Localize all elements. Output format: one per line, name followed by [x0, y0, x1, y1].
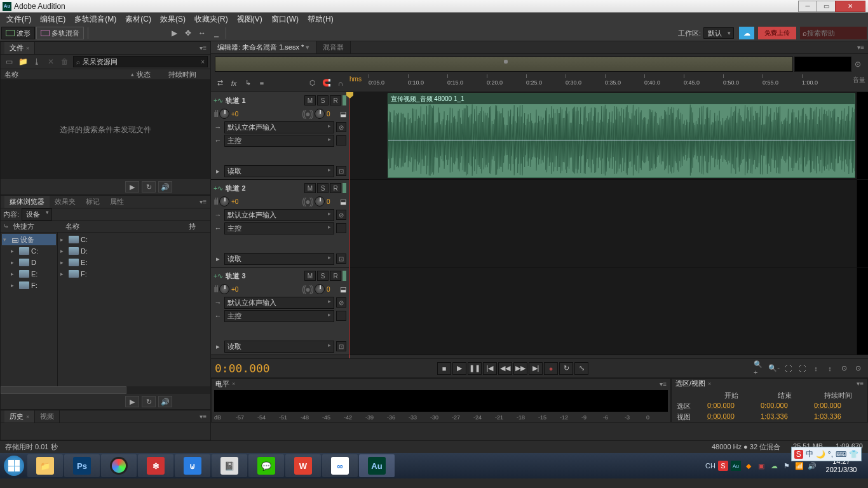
volume-value[interactable]: +0 [231, 111, 243, 118]
tree-drive-e[interactable]: ▸E: [2, 268, 56, 280]
help-search[interactable]: ⌕ [800, 27, 867, 39]
taskbar-app-red[interactable]: ❄ [138, 454, 173, 477]
input-monitor-icon[interactable]: ⊘ [336, 297, 346, 308]
go-start-button[interactable]: |◀ [483, 362, 497, 375]
pan-knob[interactable] [315, 196, 325, 207]
volume-value[interactable]: +0 [231, 198, 243, 205]
automation-dropdown[interactable]: 读取 [224, 341, 334, 353]
automation-opts-icon[interactable]: ⊡ [336, 166, 346, 176]
tree-drive-c[interactable]: ▸C: [2, 245, 56, 257]
tray-icon[interactable]: ◆ [743, 461, 754, 471]
automation-opts-icon[interactable]: ⊡ [336, 341, 346, 351]
start-button[interactable] [1, 453, 27, 478]
tray-icon[interactable]: ▣ [756, 461, 766, 471]
move-tool[interactable]: ✥ [181, 27, 195, 39]
track-color[interactable] [342, 95, 346, 105]
menu-help[interactable]: 帮助(H) [304, 14, 337, 25]
panel-menu-icon[interactable]: ▾≡ [660, 381, 667, 388]
playhead[interactable] [349, 92, 350, 358]
minimize-button[interactable]: ─ [798, 1, 817, 12]
headphone-icon[interactable]: ∩ [334, 78, 347, 89]
view-start[interactable]: 0:00.000 [707, 412, 756, 422]
tree-drive-f[interactable]: ▸F: [2, 280, 56, 291]
solo-button[interactable]: S [317, 183, 329, 193]
volume-knob[interactable] [219, 284, 229, 294]
taskbar-app-notepad[interactable]: 📓 [212, 454, 247, 477]
input-dropdown[interactable]: 默认立体声输入 [224, 121, 334, 133]
import-icon[interactable]: ⭳ [31, 57, 43, 67]
tab-effects-rack[interactable]: 效果夹 [50, 196, 81, 208]
content-dropdown[interactable]: 设备 [22, 208, 52, 220]
send-icon[interactable]: ↳ [241, 78, 254, 89]
ime-indicator[interactable]: CH [705, 461, 715, 471]
snap-icon[interactable]: ⬡ [306, 78, 319, 89]
list-item[interactable]: ▸F: [59, 268, 209, 280]
sort-icon[interactable]: ▴ [131, 71, 134, 78]
output-dropdown[interactable]: 主控 [224, 222, 334, 234]
track-name[interactable]: 轨道 3 [226, 271, 245, 281]
slip-tool[interactable]: ⎯ [209, 27, 223, 39]
panel-menu-icon[interactable]: ▾≡ [857, 44, 864, 51]
maximize-button[interactable]: ▭ [817, 1, 836, 12]
panel-menu-icon[interactable]: ▾≡ [200, 198, 207, 205]
taskbar-explorer[interactable]: 📁 [27, 454, 63, 477]
pause-button[interactable]: ❚❚ [468, 362, 482, 375]
tray-icon[interactable]: ⚑ [782, 461, 792, 471]
list-item[interactable]: ▸E: [59, 257, 209, 268]
go-end-button[interactable]: ▶| [529, 362, 543, 375]
upload-button[interactable]: 免费上传 [758, 27, 796, 39]
tray-icon[interactable]: ☁ [769, 461, 779, 471]
mono-stereo-icon[interactable]: ⬓ [340, 198, 346, 206]
volume-knob[interactable] [219, 109, 229, 119]
zoom-sel-icon[interactable]: ⛶ [796, 363, 808, 374]
input-dropdown[interactable]: 默认立体声输入 [224, 209, 334, 221]
ime-sogou-icon[interactable]: S [794, 450, 803, 459]
zoom-full-icon[interactable]: ⛶ [782, 363, 794, 374]
panel-menu-icon[interactable]: ▾≡ [857, 380, 864, 387]
track-lane[interactable] [349, 180, 857, 267]
sel-dur[interactable]: 0:00.000 [814, 402, 862, 411]
taskbar-photoshop[interactable]: Ps [64, 454, 100, 477]
workspace-dropdown[interactable]: 默认 [703, 27, 734, 39]
tray-sogou-icon[interactable]: S [718, 461, 728, 471]
audio-clip[interactable]: 宣传视频_音频 48000 1_1 [388, 93, 855, 178]
close-icon[interactable]: × [232, 381, 235, 387]
menu-edit[interactable]: 编辑(E) [36, 14, 69, 25]
sel-end[interactable]: 0:00.000 [761, 402, 809, 411]
automation-arrow-icon[interactable]: ▸ [214, 167, 222, 175]
editor-tab-mixer[interactable]: 混音器 [316, 41, 351, 53]
output-dropdown[interactable]: 主控 [224, 135, 334, 147]
menu-file[interactable]: 文件(F) [3, 14, 35, 25]
automation-arrow-icon[interactable]: ▸ [214, 255, 222, 263]
cursor-tool[interactable]: ▶ [167, 27, 181, 39]
output-dropdown[interactable]: 主控 [224, 310, 334, 322]
clear-search-icon[interactable]: × [201, 58, 205, 65]
autoplay-button[interactable]: 🔊 [158, 396, 172, 407]
menu-view[interactable]: 视图(V) [233, 14, 266, 25]
skip-selection-button[interactable]: ⤡ [574, 362, 588, 375]
mono-stereo-icon[interactable]: ⬓ [340, 110, 346, 118]
mute-button[interactable]: M [304, 271, 316, 281]
panel-menu-icon[interactable]: ▾≡ [200, 44, 207, 51]
automation-opts-icon[interactable]: ⊡ [336, 254, 346, 264]
levels-tab[interactable]: 电平 [215, 379, 229, 389]
cloud-button[interactable]: ☁ [739, 27, 754, 39]
list-item[interactable]: ▸D: [59, 245, 209, 257]
list-item[interactable]: ▸C: [59, 234, 209, 245]
loop-preview-button[interactable]: ↻ [142, 396, 156, 407]
fx-toggle-icon[interactable]: ⇄ [214, 78, 226, 89]
zoom-reset-icon[interactable]: ⊙ [851, 57, 864, 72]
loop-button[interactable]: ↻ [559, 362, 573, 375]
menu-clip[interactable]: 素材(C) [121, 14, 155, 25]
rewind-button[interactable]: ◀◀ [498, 362, 512, 375]
close-button[interactable]: ✕ [835, 1, 865, 12]
taskbar-app-blue[interactable]: ⊍ [175, 454, 210, 477]
zoom-out-point-icon[interactable]: ⊙ [851, 363, 864, 374]
track-name[interactable]: 轨道 2 [226, 184, 245, 193]
tab-history[interactable]: 历史× [4, 410, 35, 423]
overview-bar[interactable]: ⊙ [215, 57, 864, 72]
play-preview-button[interactable]: ▶ [125, 396, 139, 407]
mono-stereo-icon[interactable]: ⬓ [340, 285, 346, 294]
view-dur[interactable]: 1:03.336 [814, 412, 862, 422]
input-monitor-icon[interactable]: ⊘ [336, 122, 346, 132]
